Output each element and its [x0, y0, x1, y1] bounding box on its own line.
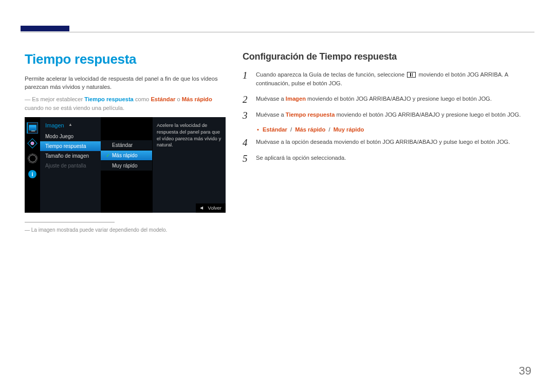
note-recommendation: ― Es mejor establecer Tiempo respuesta c…	[25, 95, 228, 111]
option-estandar: Estándar	[263, 126, 287, 133]
note-text: como	[134, 96, 151, 102]
menu-icon	[407, 72, 416, 78]
step-fragment: Muévase a	[256, 96, 286, 102]
note-text: cuando no se está viendo una película.	[25, 105, 124, 111]
step-text-2: Muévase a Imagen moviendo el botón JOG A…	[256, 95, 530, 104]
section-title: Configuración de Tiempo respuesta	[243, 51, 530, 62]
step-number-3: 3	[243, 110, 256, 120]
note-text: o	[175, 96, 181, 102]
step-text-5: Se aplicará la opción seleccionada.	[256, 154, 530, 163]
model-disclaimer: ― La imagen mostrada puede variar depend…	[25, 227, 228, 234]
osd-screenshot: i Imagen ▲ Modo Juego Tiempo respuesta T…	[25, 117, 226, 213]
info-icon: i	[28, 170, 36, 178]
osd-item-tamano-imagen[interactable]: Tamaño de imagen	[40, 151, 101, 161]
osd-icon-column: i	[25, 117, 40, 213]
osd-option-mas-rapido[interactable]: Más rápido	[101, 150, 152, 160]
step-number-1: 1	[243, 70, 256, 88]
note-term-1: Tiempo respuesta	[84, 96, 134, 102]
back-arrow-icon: ◀	[200, 206, 203, 210]
step-text-4: Muévase a la opción deseada moviendo el …	[256, 138, 530, 147]
step-text-1: Cuando aparezca la Guía de teclas de fun…	[256, 70, 530, 88]
page-number: 39	[519, 364, 531, 378]
header-rule	[21, 32, 534, 32]
osd-back-label[interactable]: Volver	[208, 205, 221, 211]
monitor-icon	[29, 125, 36, 130]
osd-description: Acelere la velocidad de respuesta del pa…	[152, 117, 226, 213]
step-fragment: Cuando aparezca la Guía de teclas de fun…	[256, 71, 406, 78]
scroll-up-arrow-icon: ▲	[68, 122, 72, 127]
osd-nav-picture[interactable]	[27, 122, 38, 134]
header-accent-bar	[21, 26, 69, 31]
step-text-3: Muévase a Tiempo respuesta moviendo el b…	[256, 110, 530, 120]
note-term-2: Estándar	[151, 96, 175, 102]
page-title: Tiempo respuesta	[25, 51, 228, 67]
gear-icon	[29, 155, 36, 162]
step-number-4: 4	[243, 138, 256, 147]
step-number-5: 5	[243, 154, 256, 163]
option-mas-rapido: Más rápido	[295, 126, 325, 133]
osd-option-estandar[interactable]: Estándar	[101, 140, 152, 150]
note-text: ― Es mejor establecer	[25, 96, 84, 102]
osd-item-tiempo-respuesta[interactable]: Tiempo respuesta	[40, 141, 101, 151]
step-fragment: Muévase a	[256, 111, 286, 118]
osd-item-ajuste-pantalla: Ajuste de pantalla	[40, 161, 101, 171]
step-number-2: 2	[243, 95, 256, 104]
osd-submenu-column: Estándar Más rápido Muy rápido	[101, 117, 152, 213]
osd-nav-info[interactable]: i	[27, 169, 38, 180]
intro-paragraph: Permite acelerar la velocidad de respues…	[25, 74, 228, 91]
osd-menu-column: Imagen ▲ Modo Juego Tiempo respuesta Tam…	[40, 117, 101, 213]
footnote-separator	[25, 222, 115, 222]
step-term: Tiempo respuesta	[286, 111, 335, 118]
step-fragment: moviendo el botón JOG ARRIBA/ABAJO y pre…	[306, 96, 492, 102]
step-term: Imagen	[286, 96, 306, 102]
osd-item-modo-juego[interactable]: Modo Juego	[40, 132, 101, 141]
osd-nav-color[interactable]	[27, 138, 38, 149]
osd-nav-settings[interactable]	[27, 153, 38, 164]
osd-footer: ◀ Volver	[196, 203, 226, 213]
note-term-3: Más rápido	[182, 96, 212, 102]
diamond-icon	[27, 138, 38, 148]
step-fragment: moviendo el botón JOG ARRIBA/ABAJO y pre…	[335, 111, 521, 118]
osd-option-muy-rapido[interactable]: Muy rápido	[101, 160, 152, 171]
option-muy-rapido: Muy rápido	[334, 126, 364, 133]
options-list: • Estándar / Más rápido / Muy rápido	[257, 126, 530, 133]
